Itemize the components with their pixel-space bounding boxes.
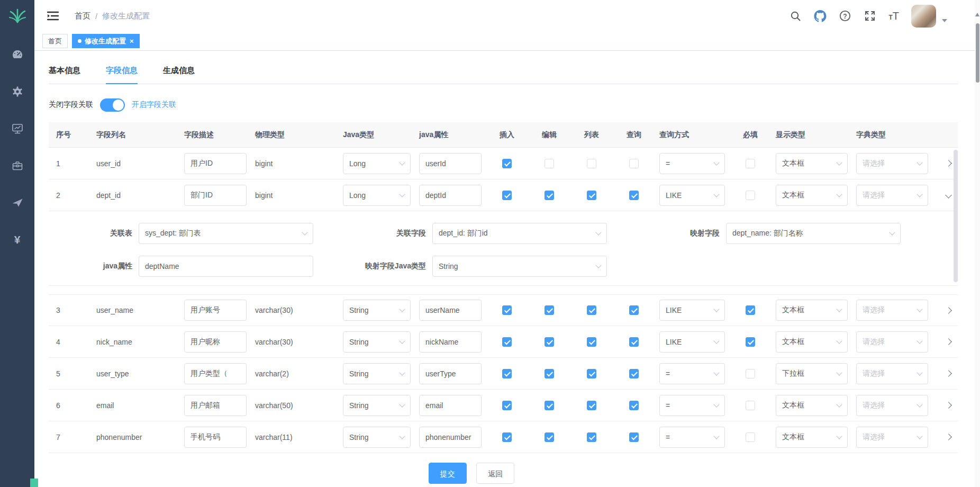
java-type-select[interactable]: String [343,427,411,448]
insert-checkbox[interactable] [502,191,512,200]
yen-money-icon[interactable]: ¥ [11,233,24,247]
java-type-select[interactable]: Long [343,185,411,206]
back-button[interactable]: 返回 [476,463,514,484]
query-checkbox[interactable] [629,159,639,168]
required-checkbox[interactable] [746,337,755,347]
caret-down-icon[interactable] [942,19,947,22]
dict-type-select[interactable]: 请选择 [856,153,928,174]
java-type-select[interactable]: String [343,300,411,321]
list-checkbox[interactable] [587,337,596,347]
required-checkbox[interactable] [746,305,755,315]
java-prop-input[interactable] [419,185,482,206]
tab-gen-info[interactable]: 生成信息 [163,66,195,84]
system-gear-icon[interactable] [11,85,24,98]
desc-input[interactable] [184,363,247,384]
submit-button[interactable]: 提交 [429,463,467,484]
dict-type-select[interactable]: 请选择 [856,300,928,321]
display-type-select[interactable]: 文本框 [776,331,848,353]
desc-input[interactable] [184,427,247,448]
query-mode-select[interactable]: = [659,427,725,448]
desc-input[interactable] [184,300,247,321]
field-association-toggle[interactable] [100,98,125,112]
java-type-select[interactable]: Long [343,153,411,174]
dict-type-select[interactable]: 请选择 [856,331,928,353]
tab-field-info[interactable]: 字段信息 [106,66,138,84]
dict-type-select[interactable]: 请选择 [856,395,928,416]
display-type-select[interactable]: 文本框 [776,300,848,321]
insert-checkbox[interactable] [502,305,512,315]
map-java-type-select[interactable]: String [432,256,607,277]
monitor-chart-icon[interactable] [11,122,24,136]
github-icon[interactable] [814,10,827,22]
required-checkbox[interactable] [746,191,755,200]
dict-type-select[interactable]: 请选择 [856,363,928,384]
list-checkbox[interactable] [587,369,596,378]
display-type-select[interactable]: 文本框 [776,427,848,448]
insert-checkbox[interactable] [502,159,512,168]
expand-row-icon[interactable] [945,370,952,377]
query-mode-select[interactable]: LIKE [659,331,725,353]
tab-basic-info[interactable]: 基本信息 [49,66,80,84]
display-type-select[interactable]: 文本框 [776,185,848,206]
required-checkbox[interactable] [746,401,755,410]
query-mode-select[interactable]: LIKE [659,185,725,206]
desc-input[interactable] [184,185,247,206]
font-size-icon[interactable]: TT [888,10,899,22]
display-type-select[interactable]: 文本框 [776,395,848,416]
fullscreen-icon[interactable] [864,10,876,22]
edit-checkbox[interactable] [545,305,554,315]
desc-input[interactable] [184,395,247,416]
java-prop-input[interactable] [419,363,482,384]
required-checkbox[interactable] [746,369,755,378]
tag-modify-gen-config[interactable]: 修改生成配置 [72,34,140,48]
expand-row-icon[interactable] [945,307,952,314]
list-checkbox[interactable] [587,401,596,410]
edit-checkbox[interactable] [545,337,554,347]
collapse-sidebar-icon[interactable] [47,11,59,21]
expand-row-icon[interactable] [945,160,952,167]
close-icon[interactable] [130,38,134,44]
java-type-select[interactable]: String [343,363,411,384]
java-type-select[interactable]: String [343,395,411,416]
edit-checkbox[interactable] [545,369,554,378]
query-checkbox[interactable] [629,337,639,347]
list-checkbox[interactable] [587,191,596,200]
app-logo-plant-icon[interactable] [8,6,27,26]
avatar[interactable] [911,5,936,28]
expand-row-icon[interactable] [945,192,952,199]
expand-row-icon[interactable] [945,434,952,440]
dict-type-select[interactable]: 请选择 [856,427,928,448]
desc-input[interactable] [184,331,247,353]
query-checkbox[interactable] [629,305,639,315]
query-checkbox[interactable] [629,432,639,442]
query-mode-select[interactable]: = [659,153,725,174]
java-type-select[interactable]: String [343,331,411,353]
edit-checkbox[interactable] [545,432,554,442]
java-prop-input[interactable] [419,153,482,174]
java-prop-input[interactable] [419,395,482,416]
search-icon[interactable] [789,10,802,22]
tag-home[interactable]: 首页 [42,34,68,48]
query-mode-select[interactable]: = [659,395,725,416]
assoc-java-prop-input[interactable] [139,256,313,277]
list-checkbox[interactable] [587,159,596,168]
insert-checkbox[interactable] [502,432,512,442]
insert-checkbox[interactable] [502,401,512,410]
java-prop-input[interactable] [419,300,482,321]
edit-checkbox[interactable] [545,159,554,168]
list-checkbox[interactable] [587,432,596,442]
assoc-field-select[interactable]: dept_id: 部门id [432,223,607,244]
required-checkbox[interactable] [746,432,755,442]
insert-checkbox[interactable] [502,369,512,378]
insert-checkbox[interactable] [502,337,512,347]
edit-checkbox[interactable] [545,401,554,410]
page-scrollbar[interactable] [975,0,980,487]
query-checkbox[interactable] [629,191,639,200]
edit-checkbox[interactable] [545,191,554,200]
expand-row-icon[interactable] [945,338,952,345]
display-type-select[interactable]: 文本框 [776,153,848,174]
help-icon[interactable]: ? [839,10,851,22]
expand-row-icon[interactable] [945,402,952,409]
query-mode-select[interactable]: = [659,363,725,384]
query-checkbox[interactable] [629,401,639,410]
